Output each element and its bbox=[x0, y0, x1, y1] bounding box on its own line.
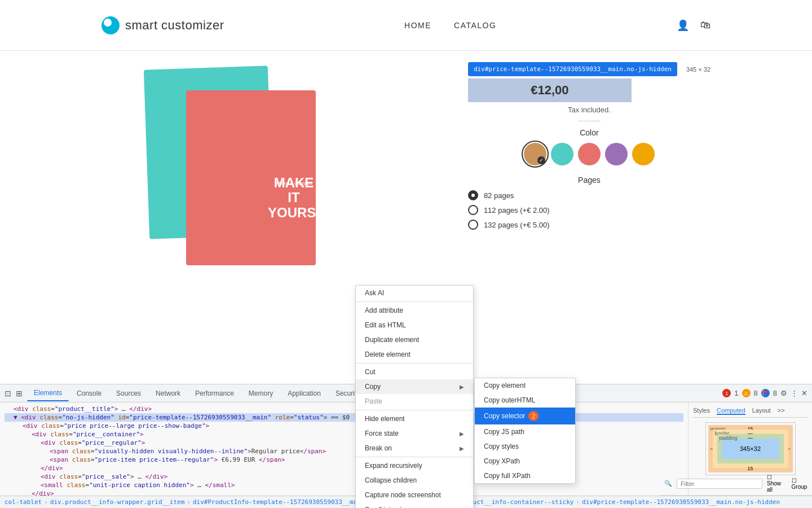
context-menu: Ask AI Add attribute Edit as HTML Duplic… bbox=[355, 285, 474, 508]
bc-1[interactable]: div.product__info-wrapper.grid__item bbox=[50, 498, 184, 506]
ctx-scroll[interactable]: Scroll into view bbox=[356, 502, 473, 508]
margin-box: margin 15 — — border — padding — 345×32 bbox=[708, 425, 793, 472]
pages-option-0[interactable]: 82 pages bbox=[468, 190, 710, 200]
logo-icon bbox=[102, 16, 120, 34]
ctx-duplicate[interactable]: Duplicate element bbox=[356, 332, 473, 347]
close-icon[interactable]: ✕ bbox=[801, 389, 807, 397]
ctx-add-attribute[interactable]: Add attribute bbox=[356, 303, 473, 318]
tab-elements[interactable]: Elements bbox=[27, 386, 69, 401]
border-box: border — padding — 345×32 bbox=[713, 430, 788, 468]
pages-option-2-label: 132 pages (+€ 5.00) bbox=[484, 221, 550, 229]
settings-icon[interactable]: ⚙ bbox=[780, 389, 787, 397]
sub-copy-outer-html[interactable]: Copy outerHTML bbox=[475, 393, 575, 408]
radio-1[interactable] bbox=[468, 205, 478, 215]
swatch-teal[interactable] bbox=[551, 143, 573, 165]
device-icon[interactable]: ⊞ bbox=[16, 389, 23, 398]
inspect-icon[interactable]: ⊡ bbox=[5, 389, 11, 398]
pages-option-0-label: 82 pages bbox=[484, 191, 514, 200]
tab-memory[interactable]: Memory bbox=[242, 386, 280, 401]
ctx-break-on[interactable]: Break on ▶ bbox=[356, 441, 473, 456]
ctx-force-state[interactable]: Force state ▶ bbox=[356, 426, 473, 441]
price-box: €12,00 bbox=[468, 78, 632, 102]
dom-line-2: <div class="price price--large price--sh… bbox=[5, 422, 683, 430]
swatch-purple[interactable] bbox=[605, 143, 628, 165]
pages-option-2[interactable]: 132 pages (+€ 5.00) bbox=[468, 220, 710, 230]
check-icon: ✓ bbox=[537, 156, 545, 164]
sub-copy-element[interactable]: Copy element bbox=[475, 378, 575, 393]
sub-copy-styles[interactable]: Copy styles bbox=[475, 439, 575, 454]
info-count: 8 bbox=[773, 389, 777, 397]
bc-sep-1: › bbox=[187, 498, 191, 506]
filter-input[interactable] bbox=[677, 479, 762, 489]
sub-copy-js-path[interactable]: Copy JS path bbox=[475, 424, 575, 439]
tab-sources[interactable]: Sources bbox=[109, 386, 148, 401]
tooltip-selector: div#price-template--15726930559033__main… bbox=[468, 62, 677, 76]
styles-tab[interactable]: Styles bbox=[693, 407, 710, 415]
expand-tab[interactable]: >> bbox=[778, 407, 785, 415]
tab-console[interactable]: Console bbox=[70, 386, 108, 401]
bc-3[interactable]: div#price-template--15726930559033__main… bbox=[582, 498, 780, 506]
box-model: margin 15 — — border — padding — 345×32 bbox=[705, 422, 796, 475]
margin-bottom-val: 15 bbox=[747, 466, 753, 471]
page-body: Make It Custom. MAKE ITYOURS. div#price-… bbox=[0, 51, 812, 508]
logo-text: smart customizer bbox=[125, 18, 224, 33]
pages-label: Pages bbox=[468, 176, 710, 185]
swatch-pink[interactable] bbox=[578, 143, 601, 165]
content-box: 345×32 bbox=[722, 439, 779, 459]
ctx-delete[interactable]: Delete element bbox=[356, 347, 473, 362]
show-all-checkbox[interactable]: ☐ Show all bbox=[767, 474, 787, 493]
more-icon[interactable]: ⋮ bbox=[791, 389, 798, 397]
ctx-expand[interactable]: Expand recursively bbox=[356, 458, 473, 473]
tax-label: Tax included. bbox=[468, 106, 710, 114]
radio-2[interactable] bbox=[468, 220, 478, 230]
bc-sep-2: › bbox=[576, 498, 580, 506]
warn-badge: ⚠ bbox=[742, 389, 751, 397]
bc-0[interactable]: col-tablet bbox=[5, 498, 42, 506]
error-count: 1 bbox=[734, 389, 738, 397]
copy-selector-badge: 2 bbox=[528, 411, 539, 421]
ctx-edit-html[interactable]: Edit as HTML bbox=[356, 318, 473, 332]
nav-icons: 👤 🛍 bbox=[677, 19, 710, 32]
filter-bar: 🔍 ☐ Show all ☐ Group bbox=[660, 472, 812, 496]
dom-line-6: <span class="price-item price-item--regu… bbox=[5, 456, 683, 464]
style-tabs: Styles Computed Layout >> bbox=[693, 407, 807, 418]
ctx-capture[interactable]: Capture node screenshot bbox=[356, 488, 473, 502]
tab-network[interactable]: Network bbox=[149, 386, 187, 401]
ctx-cut[interactable]: Cut bbox=[356, 365, 473, 379]
error-badge: 1 bbox=[722, 389, 731, 397]
cart-icon[interactable]: 🛍 bbox=[700, 19, 710, 31]
dom-line-3: <div class="price__container"> bbox=[5, 430, 683, 439]
ctx-hide[interactable]: Hide element bbox=[356, 411, 473, 426]
group-checkbox[interactable]: ☐ Group bbox=[792, 478, 807, 490]
user-icon[interactable]: 👤 bbox=[677, 19, 689, 32]
color-swatches: ✓ bbox=[468, 143, 710, 165]
tooltip-dims: 345 × 32 bbox=[686, 66, 710, 73]
dom-tree: <div class="product__title"> … </div> ▼ … bbox=[0, 402, 688, 508]
dom-line-1[interactable]: ▼ <div class="no-js-hidden" id="price-te… bbox=[5, 413, 683, 422]
computed-tab[interactable]: Computed bbox=[717, 407, 745, 415]
break-on-arrow: ▶ bbox=[460, 445, 464, 452]
tab-application[interactable]: Application bbox=[281, 386, 328, 401]
pages-option-1[interactable]: 112 pages (+€ 2.00) bbox=[468, 205, 710, 215]
copy-submenu: Copy element Copy outerHTML Copy selecto… bbox=[474, 378, 576, 484]
swatch-orange[interactable] bbox=[632, 143, 655, 165]
color-label: Color bbox=[468, 128, 710, 137]
padding-val: — bbox=[748, 435, 753, 441]
layout-tab[interactable]: Layout bbox=[752, 407, 771, 415]
logo[interactable]: smart customizer bbox=[102, 16, 224, 34]
ctx-sep-1 bbox=[356, 301, 473, 302]
nav-catalog[interactable]: CATALOG bbox=[454, 21, 496, 30]
ctx-collapse[interactable]: Collapse children bbox=[356, 473, 473, 488]
nav-links: HOME CATALOG bbox=[404, 21, 496, 30]
sub-copy-full-xpath[interactable]: Copy full XPath bbox=[475, 468, 575, 483]
sub-copy-selector[interactable]: Copy selector 2 bbox=[475, 408, 575, 424]
padding-label: padding bbox=[720, 435, 738, 441]
ctx-copy[interactable]: Copy ▶ bbox=[356, 379, 473, 394]
radio-0[interactable] bbox=[468, 190, 478, 200]
padding-box: padding — 345×32 bbox=[717, 434, 784, 463]
tab-performance[interactable]: Performance bbox=[188, 386, 241, 401]
info-badge: 🚩 bbox=[761, 389, 770, 397]
nav-home[interactable]: HOME bbox=[404, 21, 431, 30]
ctx-ask-ai[interactable]: Ask AI bbox=[356, 286, 473, 300]
sub-copy-xpath[interactable]: Copy XPath bbox=[475, 454, 575, 468]
